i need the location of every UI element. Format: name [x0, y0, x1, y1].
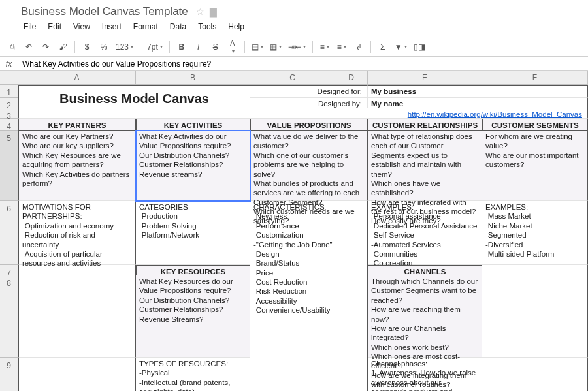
text-wrap-button[interactable]: ↲: [351, 40, 367, 54]
cell-designed-for-label[interactable]: Designed for:: [250, 85, 368, 98]
hdr-channels[interactable]: CHANNELS: [368, 265, 482, 275]
row-header-6[interactable]: 6: [0, 201, 18, 265]
hdr-key-activities[interactable]: KEY ACTIVITIES: [136, 119, 250, 131]
menu-format[interactable]: Format: [128, 21, 163, 33]
menu-help[interactable]: Help: [223, 21, 250, 33]
strikethrough-button[interactable]: S: [208, 40, 223, 54]
vertical-align-dropdown[interactable]: ≡: [334, 40, 350, 54]
row-header-7[interactable]: 7: [0, 265, 18, 275]
formula-bar: fx: [0, 57, 588, 71]
cell-designed-for-value[interactable]: My business: [368, 85, 482, 98]
star-icon[interactable]: ☆: [196, 7, 204, 17]
cell-key-resources-sub[interactable]: TYPES OF RESOURCES: -Physical -Intellect…: [136, 358, 250, 391]
text-color-dropdown[interactable]: A: [225, 40, 240, 54]
filter-dropdown[interactable]: ▼: [392, 40, 410, 54]
row-header-9[interactable]: 9: [0, 358, 18, 391]
column-header-e[interactable]: E: [368, 71, 482, 84]
cell-channels-q[interactable]: Through which Channels do our Customer S…: [368, 275, 482, 358]
document-title[interactable]: Business Model Canvas Template: [18, 4, 191, 20]
cell-f7[interactable]: [482, 265, 588, 275]
cell-canvas[interactable]: Business Model Canvas Designed for: My b…: [18, 85, 588, 391]
cell-customer-relationships-sub[interactable]: EXAMPLES: -Personal assistance -Dedicate…: [368, 201, 482, 265]
menu-tools[interactable]: Tools: [193, 21, 221, 33]
row-header-3[interactable]: 3: [0, 108, 18, 119]
merge-cells-dropdown[interactable]: ⇥⇤: [286, 40, 308, 54]
cell-wiki-link[interactable]: http://en.wikipedia.org/wiki/Business_Mo…: [250, 108, 588, 119]
cell-f8[interactable]: [482, 275, 588, 358]
column-header-f[interactable]: F: [482, 71, 588, 84]
cell-value-propositions-q[interactable]: What value do we deliver to the customer…: [250, 131, 368, 201]
cell-a8[interactable]: [18, 275, 136, 358]
cell-designed-by-label[interactable]: Designed by:: [250, 98, 368, 108]
cell-customer-relationships-q[interactable]: What type of relationship does each of o…: [368, 131, 482, 201]
print-button[interactable]: ⎙: [4, 40, 20, 54]
cell-key-activities-q[interactable]: What Key Activities do our Value Proposi…: [136, 131, 250, 201]
toolbar-separator: [74, 41, 75, 53]
undo-button[interactable]: ↶: [21, 40, 37, 54]
column-header-c[interactable]: C: [250, 71, 335, 84]
cell-key-partners-q[interactable]: Who are our Key Partners? Who are our ke…: [18, 131, 136, 201]
italic-button[interactable]: I: [191, 40, 206, 54]
toolbar-separator: [140, 41, 140, 53]
cell-a9[interactable]: [18, 358, 136, 391]
cell-channels-sub[interactable]: Channel phases: 1. Awareness: How do we …: [368, 358, 482, 391]
menubar: File Edit View Insert Format Data Tools …: [0, 20, 588, 37]
cell-f2[interactable]: [482, 98, 588, 108]
row-header-1[interactable]: 1: [0, 85, 18, 98]
menu-edit[interactable]: Edit: [42, 21, 67, 33]
toolbar-separator: [244, 41, 245, 53]
hdr-customer-segments[interactable]: CUSTOMER SEGMENTS: [482, 119, 588, 131]
cell-f1[interactable]: [482, 85, 588, 98]
text-color-a: A: [230, 40, 235, 48]
redo-button[interactable]: ↷: [38, 40, 54, 54]
toolbar: ⎙ ↶ ↷ 🖌 $ % 123 7pt B I S A ▤ ▦ ⇥⇤ ≡ ≡ ↲…: [0, 37, 588, 57]
row-header-4[interactable]: 4: [0, 119, 18, 131]
menu-view[interactable]: View: [68, 21, 95, 33]
cell-a7[interactable]: [18, 265, 136, 275]
folder-icon[interactable]: ▇: [210, 7, 217, 17]
cell-key-partners-sub[interactable]: MOTIVATIONS FOR PARTNERSHIPS: -Optimizat…: [18, 201, 136, 265]
cell-customer-segments-q[interactable]: For whom are we creating value? Who are …: [482, 131, 588, 201]
cell-designed-by-value[interactable]: My name: [368, 98, 482, 108]
bold-button[interactable]: B: [174, 40, 189, 54]
cell-f9[interactable]: [482, 358, 588, 391]
formula-input[interactable]: [18, 57, 588, 70]
hdr-key-resources[interactable]: KEY RESOURCES: [136, 265, 250, 275]
paint-format-button[interactable]: 🖌: [55, 40, 71, 54]
column-header-a[interactable]: A: [18, 71, 136, 84]
cell-a3[interactable]: [18, 108, 250, 119]
row-header-8[interactable]: 8: [0, 275, 18, 358]
functions-sigma-button[interactable]: Σ: [375, 40, 391, 54]
toolbar-separator: [312, 41, 313, 53]
hdr-value-propositions[interactable]: VALUE PROPOSITIONS: [250, 119, 368, 131]
row-headers: 123456789: [0, 85, 18, 391]
font-size-dropdown[interactable]: 7pt: [144, 40, 165, 54]
horizontal-align-dropdown[interactable]: ≡: [317, 40, 333, 54]
hdr-key-partners[interactable]: KEY PARTNERS: [18, 119, 136, 131]
cell-value-propositions-sub[interactable]: CHARACTERISTICS -Newness -Performance -C…: [250, 201, 368, 391]
toolbar-separator: [169, 41, 170, 53]
spreadsheet: A B C D E F 123456789 Business Model Can…: [0, 71, 588, 391]
fx-label: fx: [0, 57, 18, 71]
row-header-2[interactable]: 2: [0, 98, 18, 108]
number-format-dropdown[interactable]: 123: [113, 40, 136, 54]
row-header-5[interactable]: 5: [0, 131, 18, 201]
column-header-b[interactable]: B: [136, 71, 250, 84]
menu-data[interactable]: Data: [165, 21, 191, 33]
select-all-corner[interactable]: [0, 71, 18, 84]
column-header-d[interactable]: D: [335, 71, 368, 84]
menu-file[interactable]: File: [18, 21, 41, 33]
percent-button[interactable]: %: [96, 40, 112, 54]
cell-customer-segments-sub[interactable]: EXAMPLES: -Mass Market -Niche Market -Se…: [482, 201, 588, 265]
currency-button[interactable]: $: [79, 40, 95, 54]
cell-key-activities-sub[interactable]: CATEGORIES -Production -Problem Solving …: [136, 201, 250, 265]
insert-chart-button[interactable]: ▯◨: [411, 40, 428, 54]
hdr-customer-relationships[interactable]: CUSTOMER RELATIONSHIPS: [368, 119, 482, 131]
fill-color-dropdown[interactable]: ▤: [249, 40, 266, 54]
cell-key-resources-q[interactable]: What Key Resources do our Value Proposit…: [136, 275, 250, 358]
menu-insert[interactable]: Insert: [97, 21, 127, 33]
cell-title[interactable]: Business Model Canvas: [18, 85, 250, 108]
borders-dropdown[interactable]: ▦: [267, 40, 284, 54]
toolbar-separator: [370, 41, 371, 53]
